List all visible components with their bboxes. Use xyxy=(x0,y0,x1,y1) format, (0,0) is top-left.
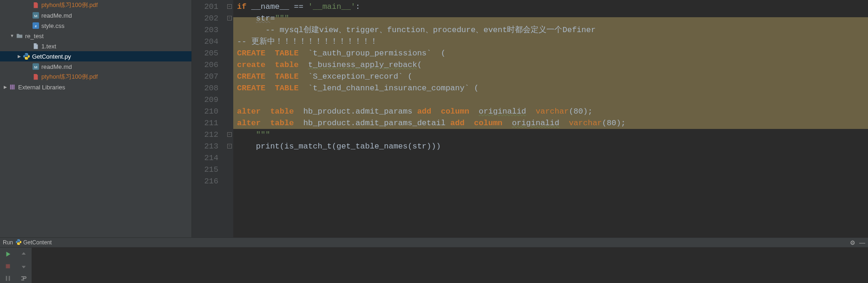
line-number: 208 xyxy=(192,82,218,94)
stop-button[interactable] xyxy=(3,262,13,271)
line-number: 209 xyxy=(192,94,218,106)
tree-item-label: style.css xyxy=(41,22,65,29)
fold-handle-icon[interactable]: − xyxy=(227,144,232,148)
line-number: 201 xyxy=(192,1,218,13)
tree-item-label: readMe.md xyxy=(41,63,72,70)
tree-item-ptyhon-100-pdf[interactable]: ptyhon练习100例.pdf xyxy=(0,72,191,82)
code-token: = xyxy=(270,14,275,23)
code-line[interactable]: if __name__ == '__main__': xyxy=(237,1,868,13)
line-number: 202 xyxy=(192,13,218,24)
run-button[interactable] xyxy=(3,249,13,259)
line-number: 216 xyxy=(192,175,218,187)
tree-item-external-libraries[interactable]: ▶External Libraries xyxy=(0,82,191,92)
line-number: 205 xyxy=(192,47,218,59)
code-line[interactable]: print(is_match_t(get_table_names(str))) xyxy=(237,141,868,152)
code-line[interactable]: alter table hb_product.admit_params_deta… xyxy=(237,117,868,129)
editor-fold-column[interactable]: −−−− xyxy=(227,0,233,237)
run-output[interactable] xyxy=(32,248,868,283)
code-line[interactable]: CREATE TABLE `t_auth_group_permissions` … xyxy=(237,47,868,59)
svg-rect-8 xyxy=(13,85,15,90)
scroll-up-icon[interactable] xyxy=(19,249,28,259)
code-token xyxy=(237,130,256,139)
run-toolbar-secondary xyxy=(16,248,32,283)
tree-item-label: ptyhon练习100例.pdf xyxy=(41,1,98,9)
code-line[interactable]: """ xyxy=(237,129,868,141)
code-line[interactable]: str=""" xyxy=(237,13,868,24)
code-token: alter table xyxy=(237,107,294,116)
run-toolwindow-header[interactable]: Run GetContent ⚙ — xyxy=(0,237,868,248)
code-line[interactable]: CREATE TABLE `t_lend_channel_insurance_c… xyxy=(237,82,868,94)
code-token xyxy=(526,107,535,116)
svg-rect-7 xyxy=(12,85,13,90)
line-number: 214 xyxy=(192,152,218,164)
line-number: 206 xyxy=(192,59,218,71)
tree-item-label: GetContent.py xyxy=(32,53,71,60)
tree-item-1-text[interactable]: 1.text xyxy=(0,41,191,51)
line-number: 213 xyxy=(192,141,218,152)
scroll-down-icon[interactable] xyxy=(19,262,28,271)
code-line[interactable]: create table t_business_apply_reback( xyxy=(237,59,868,71)
tree-item-label: 1.text xyxy=(41,43,56,50)
expand-arrow-icon[interactable]: ▶ xyxy=(2,85,8,89)
tree-item-re-test[interactable]: ▼re_test xyxy=(0,31,191,41)
tree-item-readme-md[interactable]: MreadMe.md xyxy=(0,61,191,72)
code-line[interactable]: alter table hb_product.admit_params add … xyxy=(237,106,868,117)
tree-item-label: External Libraries xyxy=(18,84,65,91)
code-line[interactable] xyxy=(237,94,868,106)
svg-text:M: M xyxy=(34,65,38,69)
code-token: CREATE TABLE xyxy=(237,84,299,93)
tree-item-label: readMe.md xyxy=(41,12,72,19)
code-token: ))) xyxy=(427,142,441,151)
code-token: str xyxy=(412,142,427,151)
line-number: 204 xyxy=(192,36,218,47)
code-line[interactable] xyxy=(237,152,868,164)
hide-icon[interactable]: — xyxy=(859,239,865,246)
run-toolwindow-body xyxy=(0,248,868,283)
editor-code-area[interactable]: if __name__ == '__main__': str=""" -- my… xyxy=(233,0,868,237)
expand-arrow-icon[interactable]: ▼ xyxy=(9,34,15,38)
code-token: if xyxy=(237,2,251,11)
code-token xyxy=(559,119,569,128)
line-number: 211 xyxy=(192,117,218,129)
code-token xyxy=(237,14,256,23)
line-number: 203 xyxy=(192,24,218,36)
code-token: originalid xyxy=(479,107,526,116)
code-token: `t_lend_channel_insurance_company` ( xyxy=(299,84,479,93)
run-toolbar-left xyxy=(0,248,16,283)
code-token xyxy=(299,61,308,69)
code-token: CREATE TABLE xyxy=(237,49,299,58)
tree-item-readme-md[interactable]: MreadMe.md xyxy=(0,10,191,20)
code-editor[interactable]: 2012022032042052062072082092102112122132… xyxy=(192,0,868,237)
soft-wrap-icon[interactable] xyxy=(19,274,28,283)
tree-item-style-css[interactable]: #style.css xyxy=(0,20,191,31)
svg-text:#: # xyxy=(35,25,37,28)
svg-rect-9 xyxy=(6,264,10,269)
run-title-prefix: Run xyxy=(3,239,13,246)
code-token: t_business_apply_reback xyxy=(308,61,417,69)
code-line[interactable]: CREATE TABLE `S_exception_record` ( xyxy=(237,71,868,82)
pdf-icon xyxy=(32,1,39,9)
svg-rect-6 xyxy=(10,85,12,90)
pdf-icon xyxy=(32,73,39,81)
code-line[interactable]: -- 更新中！！！！！！！！！！！！！ xyxy=(237,36,868,47)
fold-handle-icon[interactable]: − xyxy=(227,132,232,137)
pause-button[interactable] xyxy=(3,274,13,283)
tree-item-getcontent-py[interactable]: ▶GetContent.py xyxy=(0,51,191,61)
code-token: hb_product.admit_params xyxy=(294,107,417,116)
code-token: CREATE TABLE xyxy=(237,72,299,81)
folder-icon xyxy=(16,32,23,40)
project-tree[interactable]: ptyhon练习100例.pdfMreadMe.md#style.css▼re_… xyxy=(0,0,192,237)
md-icon: M xyxy=(32,63,39,70)
code-line[interactable] xyxy=(237,175,868,187)
fold-handle-icon[interactable]: − xyxy=(227,16,232,20)
code-token: (80); xyxy=(602,119,626,128)
gear-icon[interactable]: ⚙ xyxy=(850,239,855,246)
code-line[interactable] xyxy=(237,164,868,175)
expand-arrow-icon[interactable]: ▶ xyxy=(16,54,22,59)
code-line[interactable]: -- mysql创建view、trigger、function、procedur… xyxy=(237,24,868,36)
tree-item-ptyhon-100-pdf[interactable]: ptyhon练习100例.pdf xyxy=(0,0,191,10)
code-token: create table xyxy=(237,61,299,69)
fold-handle-icon[interactable]: − xyxy=(227,4,232,9)
code-token: -- 更新中！！！！！！！！！！！！！ xyxy=(237,37,378,46)
code-token: : xyxy=(355,2,360,11)
